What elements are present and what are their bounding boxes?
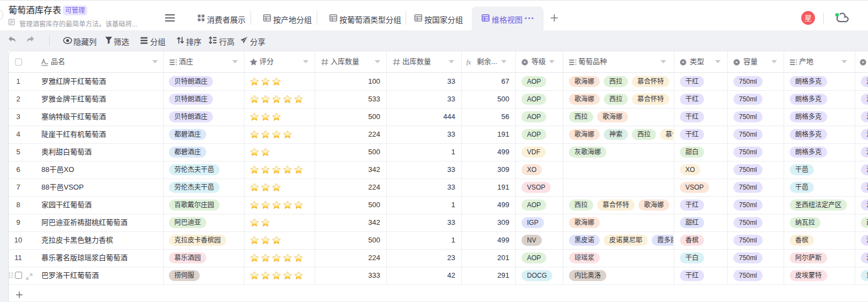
svg-text:fx: fx [466, 58, 471, 66]
